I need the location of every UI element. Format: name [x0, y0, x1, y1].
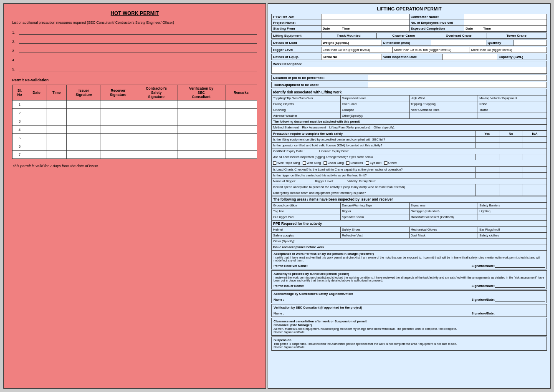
- q1-na[interactable]: [523, 137, 546, 143]
- suspension-sig-label: Signature/Date:: [283, 345, 305, 349]
- serial-no-label: Serial No: [321, 54, 382, 60]
- precaution-q3: Are all accessories inspected (rigging a…: [272, 154, 475, 160]
- project-name-value[interactable]: [321, 20, 409, 26]
- q1-yes[interactable]: [475, 137, 499, 143]
- safety-clothes: Safety clothes: [478, 232, 547, 238]
- dust-mask: Dust Mask: [409, 232, 478, 238]
- header-table: PTW Ref .No: Contractor Name: Project Na…: [271, 14, 547, 32]
- risk-falling: Falling Objects: [272, 101, 341, 107]
- table-row: 2: [13, 109, 257, 117]
- line-num-3: 3.: [12, 49, 17, 53]
- clearance-block: Clearance and cancellation after work or…: [271, 318, 547, 336]
- precaution-table: Precaution require to complete the work …: [271, 131, 547, 196]
- q2-na[interactable]: [523, 143, 546, 148]
- acknowledge-sig-value[interactable]: [495, 297, 545, 302]
- acknowledge-sig-line: Name : Signature/Date:: [273, 297, 545, 302]
- precaution-row: Is the operator certified and hold valid…: [272, 143, 547, 148]
- q6-no[interactable]: [499, 184, 523, 190]
- col-time: Time: [46, 85, 67, 101]
- line-field-3[interactable]: [19, 47, 257, 53]
- hot-work-permit-panel: HOT WORK PERMIT List of additional preca…: [3, 3, 266, 389]
- line-3: 3.: [12, 47, 257, 53]
- q5-na[interactable]: [523, 172, 546, 178]
- q7-yes[interactable]: [475, 190, 499, 196]
- tools-value[interactable]: [368, 82, 546, 88]
- ppe-table: Helmet Safety Shoes Mechanical Gloves Ea…: [271, 226, 547, 239]
- truck-mounted-label: Truck Mounted: [321, 33, 376, 39]
- q6-yes[interactable]: [475, 184, 499, 190]
- project-name-label: Project Name:: [272, 20, 321, 26]
- valid-inspection-value[interactable]: [442, 54, 497, 60]
- verification-sig-value[interactable]: [495, 310, 545, 315]
- out-rigger-pad: Out rigger Pad: [272, 214, 341, 220]
- tools-label: Tools/Equipment to be used:: [272, 82, 368, 88]
- precaution-row: Is the rigger certified to carried out t…: [272, 172, 547, 178]
- q6-na[interactable]: [523, 184, 546, 190]
- work-desc-value[interactable]: [272, 67, 547, 74]
- q4-no[interactable]: [499, 166, 523, 172]
- risk-assessment-label: Risk Assessment: [302, 126, 326, 129]
- dimension-value[interactable]: [431, 40, 486, 46]
- line-field-5[interactable]: [19, 65, 257, 71]
- revalidation-table: Sl.No Date Time IssuerSignature Receiver…: [12, 85, 257, 159]
- q3-yes[interactable]: [475, 154, 499, 160]
- line-field-1[interactable]: [19, 29, 257, 35]
- line-field-4[interactable]: [19, 56, 257, 62]
- line-num-1: 1.: [12, 30, 17, 35]
- q2-no[interactable]: [499, 143, 523, 148]
- lighting: Lighting: [478, 208, 547, 214]
- receiver-sig-value[interactable]: [495, 263, 545, 268]
- authority-text: I reviewed the work permission checklist…: [273, 276, 545, 282]
- col-remarks: Remarks: [225, 85, 257, 101]
- quantity-value[interactable]: [514, 40, 546, 46]
- q2-yes[interactable]: [475, 143, 499, 148]
- no-employees-label: No. of Employees involved: [409, 20, 464, 26]
- acknowledge-title: Acknowledge by Contractor's Safety Engin…: [273, 292, 545, 296]
- issuer-sig-value[interactable]: [495, 283, 545, 288]
- precaution-expiry: Certified: Expiry Date : License: Expiry…: [272, 148, 547, 154]
- starting-from-date[interactable]: Date Time: [321, 26, 409, 32]
- other-specify2-row: Other (Specify):: [271, 239, 547, 244]
- issuer-sig-label: Signature/Date:: [472, 284, 495, 288]
- contractor-name-value[interactable]: [464, 14, 547, 20]
- q3-na[interactable]: [523, 154, 546, 160]
- risk-overload: Over Load: [340, 101, 409, 107]
- risk-tripping: Tripping / Slipping: [409, 101, 478, 107]
- receiver-sig-label: Signature/Date:: [472, 264, 495, 268]
- q3-no[interactable]: [499, 154, 523, 160]
- line-field-2[interactable]: [19, 38, 257, 44]
- clearance-name-label: Name:: [273, 330, 283, 334]
- expected-completion-value[interactable]: Date Time: [464, 26, 547, 32]
- acknowledge-name-label: Name :: [273, 298, 284, 302]
- permit-issuer-label: Permit Issuer Name:: [273, 284, 304, 288]
- q7-na[interactable]: [523, 190, 546, 196]
- q7-no[interactable]: [499, 190, 523, 196]
- hot-work-title: HOT WORK PERMIT: [12, 10, 257, 16]
- q5-yes[interactable]: [475, 172, 499, 178]
- less-10ton: Less than 10 ton (Rigger level3): [321, 47, 392, 53]
- clearance-sig-line: Name: Signature/Date:: [273, 330, 545, 334]
- signal-man: Signal man: [409, 202, 478, 208]
- work-desc-label: Work Description:: [272, 61, 547, 67]
- q4-yes[interactable]: [475, 166, 499, 172]
- risk-empty1: [409, 113, 478, 119]
- q4-na[interactable]: [523, 166, 546, 172]
- precaution-q5: Is the rigger certified to carried out t…: [272, 172, 475, 178]
- verification-block: Verification by SEC Consultant (If appoi…: [271, 304, 547, 317]
- verification-sig-label: Signature/Date:: [472, 312, 495, 315]
- clearance-subtitle: Clearance. (Site Manager): [273, 323, 545, 327]
- risk-empty2: [478, 113, 547, 119]
- q1-no[interactable]: [499, 137, 523, 143]
- hot-work-subtitle: List of additional precaution measures r…: [12, 20, 257, 25]
- no-employees-value[interactable]: [464, 20, 547, 26]
- man-material-basket: Man/Material Basket (Certified): [409, 214, 478, 220]
- q5-no[interactable]: [499, 172, 523, 178]
- tower-crane-label: Tower Crane: [486, 33, 547, 39]
- location-value[interactable]: [368, 75, 546, 81]
- ground-condition: Ground condition: [272, 202, 341, 208]
- crawler-crane-label: Crawler Crane: [376, 33, 431, 39]
- helmet: Helmet: [272, 226, 341, 232]
- ptw-ref-value[interactable]: [321, 14, 409, 20]
- mechanical-gloves: Mechanical Gloves: [409, 226, 478, 232]
- precaution-q1: Is the lifting equipment certified by ac…: [272, 137, 475, 143]
